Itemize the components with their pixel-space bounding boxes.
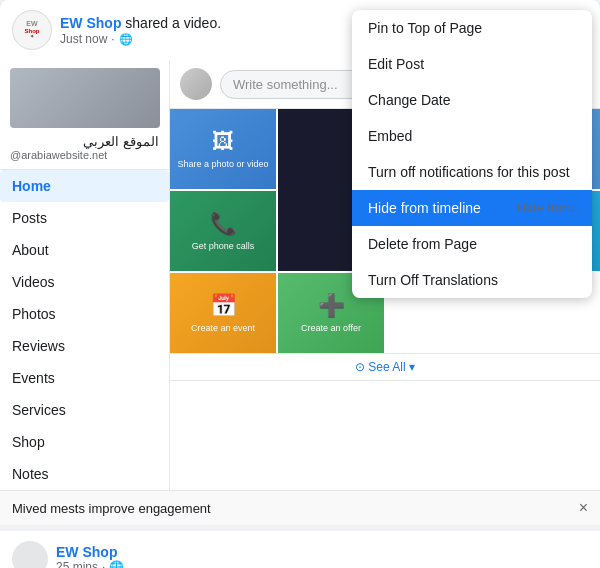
sidebar-arabic-name: الموقع العربي <box>10 134 159 149</box>
dropdown-hide-timeline[interactable]: Hide from timeline Hide from... <box>352 190 592 226</box>
bottom-avatar <box>12 541 48 568</box>
bottom-post-meta: 25 mins · 🌐 <box>56 560 124 568</box>
grid-item-event[interactable]: 📅 Create an event <box>170 273 276 353</box>
close-banner-button[interactable]: × <box>579 499 588 517</box>
sidebar-item-reviews[interactable]: Reviews <box>0 330 169 362</box>
dropdown-turn-off-translations[interactable]: Turn Off Translations <box>352 262 592 298</box>
dropdown-turn-off-notifications[interactable]: Turn off notifications for this post <box>352 154 592 190</box>
phone-icon: 📞 <box>210 211 237 237</box>
share-photo-label: Share a photo or video <box>173 159 272 169</box>
sidebar-item-home[interactable]: Home <box>0 170 169 202</box>
separator: · <box>111 32 114 46</box>
sidebar-item-notes[interactable]: Notes <box>0 458 169 490</box>
bottom-timestamp: 25 mins <box>56 560 98 568</box>
sidebar-item-shop[interactable]: Shop <box>0 426 169 458</box>
sidebar-item-events[interactable]: Events <box>0 362 169 394</box>
see-all-bar[interactable]: ⊙ See All ▾ <box>170 353 600 381</box>
bottom-page-name[interactable]: EW Shop <box>56 544 124 560</box>
chevron-down-icon: ▾ <box>409 360 415 374</box>
timestamp: Just now <box>60 32 107 46</box>
dropdown-menu: Pin to Top of Page Edit Post Change Date… <box>352 10 592 298</box>
engagement-banner: Mived mests improve engagement × <box>0 490 600 525</box>
engagement-text: Mived mests improve engagement <box>12 501 211 516</box>
phone-label: Get phone calls <box>188 241 259 251</box>
share-photo-icon: 🖼 <box>212 129 234 155</box>
sidebar: الموقع العربي @arabiawebsite.net Home Po… <box>0 60 170 490</box>
globe-icon: 🌐 <box>119 33 133 46</box>
sidebar-url: @arabiawebsite.net <box>10 149 159 161</box>
write-avatar <box>180 68 212 100</box>
sidebar-profile: الموقع العربي @arabiawebsite.net <box>0 60 169 170</box>
bottom-post-header: EW Shop 25 mins · 🌐 <box>12 541 588 568</box>
event-label: Create an event <box>187 323 259 333</box>
dropdown-embed[interactable]: Embed <box>352 118 592 154</box>
see-all-label: See All <box>368 360 405 374</box>
sidebar-item-about[interactable]: About <box>0 234 169 266</box>
event-icon: 📅 <box>210 293 237 319</box>
post-card: EW Shop ✦ EW Shop shared a video. Just n… <box>0 0 600 568</box>
dropdown-pin[interactable]: Pin to Top of Page <box>352 10 592 46</box>
dropdown-delete[interactable]: Delete from Page <box>352 226 592 262</box>
page-name[interactable]: EW Shop <box>60 15 121 31</box>
bottom-globe-icon: 🌐 <box>109 560 124 568</box>
sidebar-nav: Home Posts About Videos Photos Reviews E… <box>0 170 169 490</box>
bottom-post-card: EW Shop 25 mins · 🌐 <box>0 525 600 568</box>
shared-text: shared a video. <box>125 15 221 31</box>
avatar: EW Shop ✦ <box>12 10 52 50</box>
offer-label: Create an offer <box>297 323 365 333</box>
hide-from-label: Hide from... <box>509 190 592 225</box>
see-all-text: ⊙ <box>355 360 368 374</box>
grid-item-phone[interactable]: 📞 Get phone calls <box>170 191 276 271</box>
grid-item-share[interactable]: 🖼 Share a photo or video <box>170 109 276 189</box>
sidebar-item-videos[interactable]: Videos <box>0 266 169 298</box>
offer-icon: ➕ <box>318 293 345 319</box>
profile-thumbnail <box>10 68 160 128</box>
sidebar-item-services[interactable]: Services <box>0 394 169 426</box>
dropdown-edit[interactable]: Edit Post <box>352 46 592 82</box>
sidebar-item-photos[interactable]: Photos <box>0 298 169 330</box>
dropdown-change-date[interactable]: Change Date <box>352 82 592 118</box>
sidebar-item-posts[interactable]: Posts <box>0 202 169 234</box>
